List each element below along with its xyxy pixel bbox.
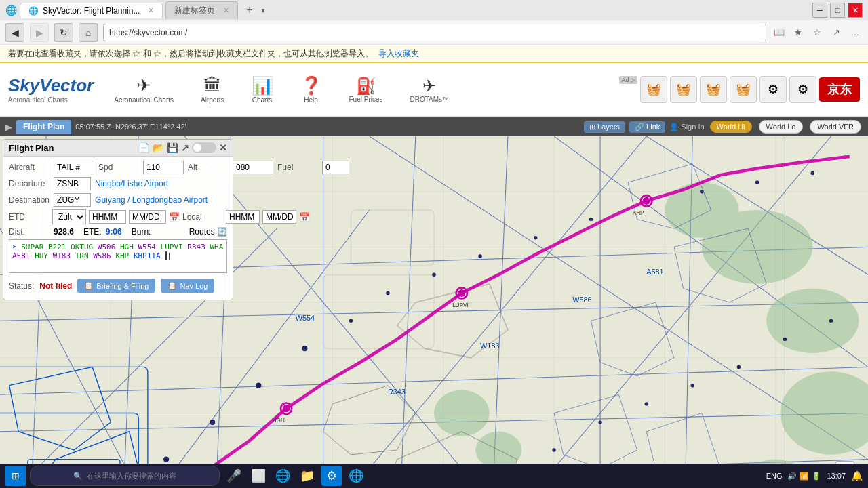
close-inactive-tab-icon[interactable]: ✕ [223,6,229,15]
jd-store-logo[interactable]: 京东 [819,77,860,102]
link-btn[interactable]: 🔗 Link [629,121,665,133]
etd-date-input[interactable] [129,210,166,224]
route-purple-text5: W183 [53,251,75,260]
svg-point-94 [691,384,694,387]
dep-name-link[interactable]: Ningbo/Lishe Airport [95,179,168,188]
layers-icon: ⊞ [589,123,595,131]
start-btn[interactable]: ⊞ [5,466,26,486]
spd-input[interactable] [143,161,184,174]
restore-btn[interactable]: □ [830,3,845,18]
store-icon-6[interactable]: ⚙ [789,76,816,103]
inactive-tab[interactable]: 新建标签页 ✕ [165,1,238,19]
world-hi-btn[interactable]: World Hi [710,121,752,133]
layers-btn[interactable]: ⊞ Layers [584,121,625,133]
world-lo-btn[interactable]: World Lo [759,120,804,134]
nav-aeronautical-charts[interactable]: ✈ Aeronautical Charts [107,73,180,106]
svg-point-84 [755,180,759,184]
close-tab-icon[interactable]: ✕ [148,6,154,15]
toolbar-go-icon[interactable]: ▶ [5,122,12,132]
etd-hhmm-input[interactable] [89,210,126,224]
fp-toggle[interactable] [192,142,216,153]
fp-close-icon[interactable]: ✕ [219,142,227,153]
navlog-btn[interactable]: 📋 Nav Log [161,279,214,293]
ad-badge: Ad ▷ [619,76,637,84]
taskbar-browser-icon[interactable]: 🌐 [346,466,366,486]
nav-charts-label: Charts [252,96,272,104]
flight-plan-tab[interactable]: Flight Plan [16,120,71,134]
home-btn[interactable]: ⌂ [79,23,98,42]
svg-point-74 [256,383,261,388]
active-tab[interactable]: 🌐 SkyVector: Flight Plannin... ✕ [20,3,163,18]
dest-name-link[interactable]: Guiyang / Longdongbao Airport [95,195,208,205]
new-tab-btn[interactable]: + [241,4,258,16]
search-bar[interactable]: 🔍 在这里输入你要搜索的内容 [30,466,220,486]
fp-open-icon[interactable]: 📂 [153,142,164,153]
minimize-btn[interactable]: ─ [812,3,827,18]
map-area[interactable]: W506 B221 W554 R343 W183 W586 A581 [0,136,868,488]
more-icon[interactable]: … [848,25,863,40]
fp-save-icon[interactable]: 💾 [167,142,178,153]
nav-airports[interactable]: 🏛 Airports [194,73,231,106]
taskbar-edge-icon[interactable]: 🌐 [273,466,293,486]
refresh-btn[interactable]: ↻ [54,23,73,42]
fp-new-icon[interactable]: 📄 [138,142,150,153]
store-icon-1[interactable]: 🧺 [640,76,667,103]
reader-icon[interactable]: 📖 [772,25,787,40]
local-calendar-icon[interactable]: 📅 [299,212,310,222]
taskbar-task-view-icon[interactable]: ⬜ [248,466,269,486]
nav-drotams[interactable]: ✈ DROTAMs™ [403,74,456,106]
aircraft-input[interactable] [54,161,94,174]
tab-list-btn[interactable]: ▾ [261,5,265,15]
dest-code-input[interactable] [54,193,91,207]
hub-icon[interactable]: ☆ [810,25,825,40]
nav-aeronautical-label: Aeronautical Charts [114,96,174,104]
store-icon-2[interactable]: 🧺 [670,76,697,103]
local-date-input[interactable] [262,210,296,224]
local-hhmm-input[interactable] [226,210,260,224]
local-label: Local [182,212,223,222]
fuel-input[interactable] [322,161,349,174]
logo-skyvector: SkyVector [8,75,94,96]
nav-help[interactable]: ❓ Help [294,73,329,106]
status-value: Not filed [39,281,72,291]
nav-charts[interactable]: 📊 Charts [245,73,280,106]
taskbar-app1-icon[interactable]: ⚙ [321,466,342,486]
dep-code-input[interactable] [54,177,91,190]
nav-airports-label: Airports [201,96,224,104]
briefing-filing-btn[interactable]: 📋 Briefing & Filing [77,279,155,293]
taskbar-cortana-icon[interactable]: 🎤 [224,466,244,486]
taskbar-file-icon[interactable]: 📁 [297,466,317,486]
svg-text:W554: W554 [296,314,315,322]
store-icon-3[interactable]: 🧺 [700,76,727,103]
import-favorites-link[interactable]: 导入收藏夹 [378,48,419,60]
address-bar-input[interactable]: https://skyvector.com/ [103,24,766,41]
store-icon-4[interactable]: 🧺 [730,76,757,103]
svg-point-76 [349,319,353,323]
store-icon-5[interactable]: ⚙ [760,76,787,103]
route-green-text2: HGH [120,243,138,251]
cursor-indicator: | [165,251,172,260]
world-vfr-btn[interactable]: World VFR [810,120,861,134]
search-placeholder: 在这里输入你要搜索的内容 [87,471,176,481]
alt-input[interactable] [233,161,273,174]
notification-icon[interactable]: 🔔 [851,470,863,481]
search-icon: 🔍 [73,472,83,481]
etd-zulu-select[interactable]: Zulu [52,209,86,224]
route-text-box: ➤ SUPAR B221 OKTUG W506 HGH W554 LUPVI R… [9,239,227,273]
nav-drotams-label: DROTAMs™ [410,96,450,103]
favorites-icon[interactable]: ★ [791,25,806,40]
calendar-icon[interactable]: 📅 [169,212,180,222]
routes-label: Routes [189,227,215,237]
fp-share-icon[interactable]: ↗ [181,142,189,153]
close-btn[interactable]: ✕ [848,3,863,18]
notification-text: 若要在此查看收藏夹，请依次选择 ☆ 和 ☆，然后将指动到收藏夹栏文件夹，也可从其… [8,48,373,60]
share-icon[interactable]: ↗ [829,25,844,40]
nav-fuel[interactable]: ⛽ Fuel Prices [342,74,390,106]
forward-btn[interactable]: ▶ [30,23,49,42]
nav-fuel-label: Fuel Prices [349,96,383,103]
sign-in-btn[interactable]: 👤 Sign In [669,123,704,131]
svg-point-78 [432,273,435,277]
routes-btn[interactable]: Routes 🔄 [189,227,227,237]
back-btn[interactable]: ◀ [5,23,24,42]
airport-icon: 🏛 [203,75,221,96]
